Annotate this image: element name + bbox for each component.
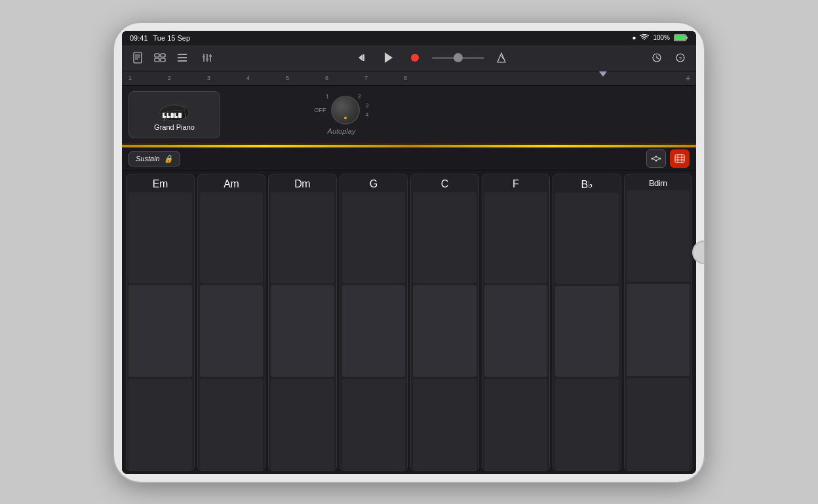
- chord-section-1: [271, 192, 334, 284]
- arpeggio-button[interactable]: [646, 149, 666, 168]
- chord-name-bb: B♭: [581, 178, 593, 191]
- metronome-button[interactable]: [492, 48, 511, 67]
- chord-strip-am[interactable]: Am: [197, 174, 266, 471]
- chord-button[interactable]: [670, 149, 690, 168]
- chord-strip-f[interactable]: F: [482, 174, 551, 471]
- instrument-card[interactable]: Grand Piano: [128, 91, 220, 138]
- record-button[interactable]: [406, 48, 424, 67]
- signal-icon: ●: [632, 34, 636, 41]
- chord-section-2: [271, 285, 334, 377]
- play-button[interactable]: [380, 48, 398, 67]
- autoplay-area: 1 2 OFF 3 4 Autoplay: [228, 94, 455, 135]
- wifi-icon: [640, 34, 649, 42]
- svg-line-27: [657, 58, 659, 59]
- chord-section-1: [627, 190, 690, 282]
- chord-section-2: [342, 285, 406, 377]
- chord-strips: Em Am Dm G: [122, 171, 696, 474]
- chord-section-2: [555, 286, 619, 377]
- chord-section-1: [200, 192, 263, 284]
- svg-rect-38: [176, 113, 179, 116]
- sustain-button[interactable]: Sustain 🔒: [128, 151, 180, 166]
- chord-name-dm: Dm: [294, 178, 310, 190]
- time-display: 09:41: [130, 34, 148, 42]
- chord-section-2: [484, 285, 548, 377]
- ruler-mark-5: 5: [286, 75, 325, 81]
- svg-rect-17: [206, 58, 208, 60]
- svg-rect-16: [203, 56, 205, 58]
- svg-rect-20: [363, 54, 365, 61]
- status-bar: 09:41 Tue 15 Sep ● 100%: [122, 31, 696, 45]
- svg-point-22: [411, 54, 419, 62]
- status-left: 09:41 Tue 15 Sep: [130, 34, 190, 42]
- add-track-button[interactable]: +: [686, 73, 696, 83]
- rewind-button[interactable]: [353, 48, 372, 67]
- chord-name-am: Am: [224, 178, 239, 190]
- svg-rect-8: [155, 58, 159, 62]
- svg-line-39: [164, 118, 165, 121]
- sustain-label: Sustain: [136, 155, 160, 163]
- svg-rect-35: [178, 113, 182, 118]
- svg-marker-21: [385, 52, 393, 63]
- chord-section-3: [128, 379, 192, 471]
- svg-rect-18: [209, 55, 212, 57]
- ruler-mark-3: 3: [207, 75, 246, 81]
- tracks-button[interactable]: [151, 48, 169, 67]
- svg-line-48: [652, 159, 656, 161]
- chord-name-c: C: [441, 178, 448, 190]
- battery-icon: [674, 34, 688, 41]
- ruler-mark-7: 7: [364, 75, 404, 81]
- chord-section-3: [342, 379, 406, 471]
- controls-bar: Sustain 🔒: [122, 147, 696, 171]
- list-button[interactable]: [173, 48, 191, 67]
- grand-piano-icon: [157, 98, 191, 122]
- chord-section-1: [555, 193, 619, 284]
- chord-section-2: [627, 284, 690, 376]
- chord-section-3: [200, 379, 263, 471]
- chord-section-2: [413, 285, 477, 377]
- knob-label-3: 3: [365, 102, 368, 109]
- knob-label-4: 4: [365, 111, 368, 118]
- svg-rect-9: [161, 58, 165, 62]
- ruler-mark-1: 1: [128, 75, 168, 81]
- chord-strip-em[interactable]: Em: [126, 174, 195, 471]
- chord-strip-g[interactable]: G: [340, 174, 408, 471]
- knob-indicator: [344, 117, 347, 119]
- chord-name-g: G: [370, 178, 378, 190]
- knob-off-label: OFF: [314, 107, 326, 113]
- chord-section-2: [128, 285, 192, 377]
- svg-line-47: [656, 159, 660, 161]
- svg-rect-36: [165, 113, 167, 116]
- date-display: Tue 15 Sep: [153, 34, 190, 42]
- controls-right: [646, 149, 690, 168]
- chord-name-f: F: [513, 178, 518, 190]
- mixer-button[interactable]: [198, 48, 216, 67]
- svg-rect-33: [170, 113, 174, 118]
- clock-button[interactable]: [648, 48, 666, 67]
- chord-icon: [674, 154, 685, 163]
- arp-icon: [650, 154, 662, 163]
- tempo-slider[interactable]: [432, 57, 484, 59]
- svg-rect-49: [675, 155, 684, 163]
- chord-section-1: [413, 192, 477, 284]
- chord-section-1: [342, 192, 406, 284]
- new-song-button[interactable]: [128, 48, 147, 67]
- chord-strip-bdim[interactable]: Bdim: [624, 174, 693, 471]
- chord-strip-bb[interactable]: B♭: [553, 174, 621, 471]
- autoplay-knob[interactable]: [331, 96, 360, 125]
- timeline-ruler: 1 2 3 4 5 6 7 8 +: [122, 71, 696, 86]
- chord-section-3: [271, 379, 334, 471]
- chord-strip-c[interactable]: C: [410, 174, 479, 471]
- chord-name-em: Em: [153, 178, 168, 190]
- svg-rect-37: [168, 113, 171, 116]
- chord-section-2: [200, 285, 263, 377]
- chord-section-1: [128, 192, 192, 284]
- svg-text:?: ?: [679, 56, 682, 62]
- chord-strip-dm[interactable]: Dm: [268, 174, 337, 471]
- chord-section-3: [484, 379, 548, 471]
- ipad-screen: 09:41 Tue 15 Sep ● 100%: [122, 31, 696, 474]
- help-button[interactable]: ?: [671, 48, 690, 67]
- svg-rect-1: [674, 35, 686, 40]
- ruler-mark-6: 6: [325, 75, 364, 81]
- svg-rect-2: [134, 52, 142, 63]
- toolbar-right: ?: [648, 48, 690, 67]
